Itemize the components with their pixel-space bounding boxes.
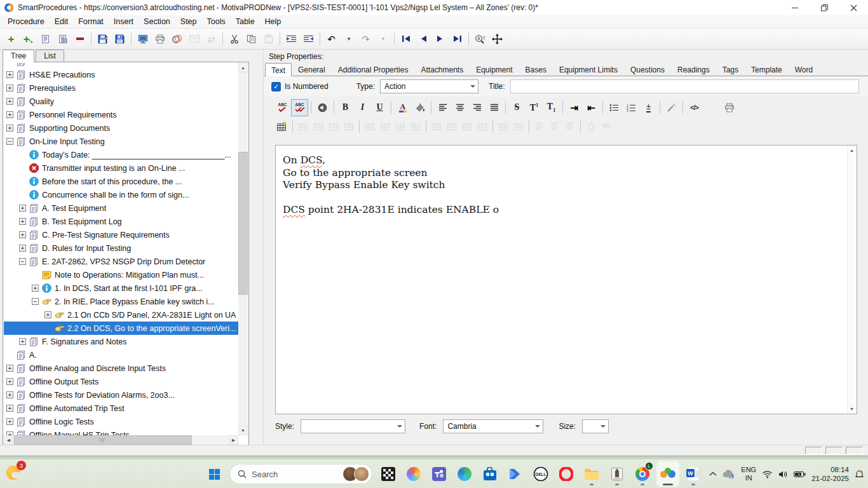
tab-attachments[interactable]: Attachments [414, 63, 470, 76]
subscript-button[interactable]: T1 [543, 99, 560, 116]
tree-item[interactable]: Concurrence shall be in the form of sign… [4, 188, 238, 201]
scroll-up-icon[interactable]: ▲ [238, 63, 248, 72]
menu-edit[interactable]: Edit [50, 16, 74, 27]
copy-button[interactable] [243, 30, 260, 48]
tree-item[interactable]: Note to Operations: Mitigation Plan must… [4, 268, 238, 281]
taskbar-app-word[interactable]: W [682, 461, 705, 487]
redo-dropdown[interactable]: ▾ [374, 30, 391, 48]
tab-tree[interactable]: Tree [3, 50, 34, 62]
plus-minus-button[interactable]: ± [640, 99, 657, 116]
email-button[interactable] [186, 30, 203, 48]
insert-row-above-button[interactable] [496, 119, 511, 133]
strikethrough-button[interactable]: S [508, 99, 526, 116]
expand-plus-icon[interactable]: + [6, 391, 13, 398]
tree-item[interactable]: +Personnel Requirements [4, 108, 238, 121]
notification-bell-icon[interactable]: z [855, 470, 864, 478]
tab-tags[interactable]: Tags [716, 63, 745, 76]
italic-button[interactable]: I [354, 99, 371, 116]
taskbar-app-teams[interactable] [428, 461, 451, 487]
scroll-down-icon[interactable]: ▼ [238, 426, 248, 435]
split-cells-button[interactable] [444, 119, 459, 133]
tree-item[interactable]: +D. Rules for Input Testing [4, 241, 238, 255]
last-step-button[interactable] [449, 30, 466, 48]
tab-readings[interactable]: Readings [671, 63, 716, 76]
align-center-button[interactable] [451, 99, 468, 116]
spellcheck-button[interactable]: ABC [274, 99, 291, 116]
tree-item[interactable]: Before the start of this procedure, the … [4, 175, 238, 188]
expand-plus-icon[interactable]: + [19, 338, 26, 345]
tree-item[interactable]: +Offline Analog and Discrete Input Tests [4, 362, 238, 375]
tab-additional-properties[interactable]: Additional Properties [332, 63, 415, 76]
collapse-minus-icon[interactable]: − [19, 258, 26, 265]
align-left-button[interactable] [434, 99, 451, 116]
expand-plus-icon[interactable]: + [19, 218, 26, 225]
tree-item[interactable]: +Prerequisites [4, 81, 238, 95]
highlight-color-button[interactable] [411, 99, 428, 116]
form-view-button[interactable] [54, 30, 71, 48]
tree-item[interactable]: +2.1 On CCb S/D Panel, 2XA-2831E Light o… [4, 308, 238, 322]
font-color-button[interactable]: A [394, 99, 411, 116]
expand-plus-icon[interactable]: + [19, 245, 26, 252]
size-select[interactable] [582, 419, 609, 433]
merge-right-button[interactable] [459, 119, 475, 133]
tree-item[interactable]: −E. 2AT-2862, VPS2 NSGP Drip Drum Detect… [4, 255, 238, 268]
cell-align-middle-button[interactable] [547, 119, 562, 133]
title-input[interactable] [510, 79, 859, 93]
align-right-button[interactable] [468, 99, 485, 116]
move-button[interactable] [489, 30, 506, 48]
battery-charging-icon[interactable] [794, 471, 806, 478]
indent-step-button[interactable] [300, 30, 317, 48]
merge-down-button[interactable] [475, 119, 490, 133]
expand-plus-icon[interactable]: + [6, 378, 13, 385]
tree-item[interactable]: A. [4, 348, 238, 362]
language-indicator[interactable]: ENGIN [741, 466, 756, 482]
tab-questions[interactable]: Questions [624, 63, 671, 76]
cell-align-bottom-button[interactable] [562, 119, 578, 133]
numbered-list-button[interactable]: 123 [623, 99, 640, 116]
tab-template[interactable]: Template [745, 63, 789, 76]
tree-item[interactable]: +F. Signatures and Notes [4, 335, 238, 348]
tree-item[interactable]: −2. In RIE, Place Bypass Enable key swit… [4, 295, 238, 308]
menu-tools[interactable]: Tools [202, 16, 231, 27]
tree-item[interactable]: 2.2 On DCS, Go to the appropriate screen… [4, 322, 238, 335]
edit-cell-button[interactable] [408, 119, 423, 133]
next-step-button[interactable] [431, 30, 449, 48]
tree-horizontal-scrollbar[interactable]: ◀ ▶ [4, 435, 238, 445]
taskbar-app-document-viewer[interactable] [606, 461, 628, 487]
attachment-button[interactable] [599, 119, 614, 133]
check-in-button[interactable] [94, 30, 111, 48]
add-item-button[interactable]: + [3, 30, 20, 48]
restore-button[interactable] [810, 0, 839, 15]
save-button[interactable] [111, 30, 128, 48]
bold-button[interactable]: B [337, 99, 354, 116]
tree-item[interactable]: +B. Test Equipment Log [4, 215, 238, 228]
style-select[interactable] [301, 419, 405, 433]
tree-item[interactable]: +A. Test Equipment [4, 201, 238, 215]
taskbar-app-copilot[interactable] [402, 461, 425, 487]
scroll-right-icon[interactable]: ▶ [229, 435, 238, 445]
minimize-button[interactable] [780, 0, 810, 15]
expand-plus-icon[interactable]: + [6, 365, 13, 372]
taskbar-app-opera[interactable] [555, 461, 578, 487]
tree-hscroll-thumb[interactable] [14, 435, 192, 445]
onedrive-icon[interactable] [722, 470, 735, 478]
insert-column-button[interactable] [377, 119, 393, 133]
expand-plus-icon[interactable]: + [44, 311, 51, 318]
menu-format[interactable]: Format [73, 16, 109, 27]
taskbar-app-explorer[interactable] [580, 461, 603, 487]
tree-item[interactable]: +Offline Tests for Deviation Alarms, 2oo… [4, 388, 238, 402]
is-numbered-checkbox[interactable]: ✓ [271, 82, 281, 92]
taskbar-app-edge[interactable] [453, 461, 476, 487]
tree-item[interactable]: +Offline Output Tests [4, 375, 238, 388]
insert-row-below-button[interactable] [511, 119, 526, 133]
tab-text[interactable]: Text [265, 63, 292, 76]
wifi-icon[interactable] [762, 470, 773, 478]
title-bar[interactable]: SmartProcedures - https://conversion3.at… [0, 0, 868, 15]
tree-item[interactable]: +Offline Logic Tests [4, 415, 238, 428]
menu-procedure[interactable]: Procedure [3, 16, 50, 27]
refresh-button[interactable] [168, 30, 186, 48]
delete-item-button[interactable] [71, 30, 88, 48]
tree-item[interactable]: +Offline Manual HS Trip Tests [4, 428, 238, 435]
outdent-step-button[interactable] [283, 30, 300, 48]
taskbar-clock[interactable]: 08:1421-02-2025 [811, 465, 849, 484]
